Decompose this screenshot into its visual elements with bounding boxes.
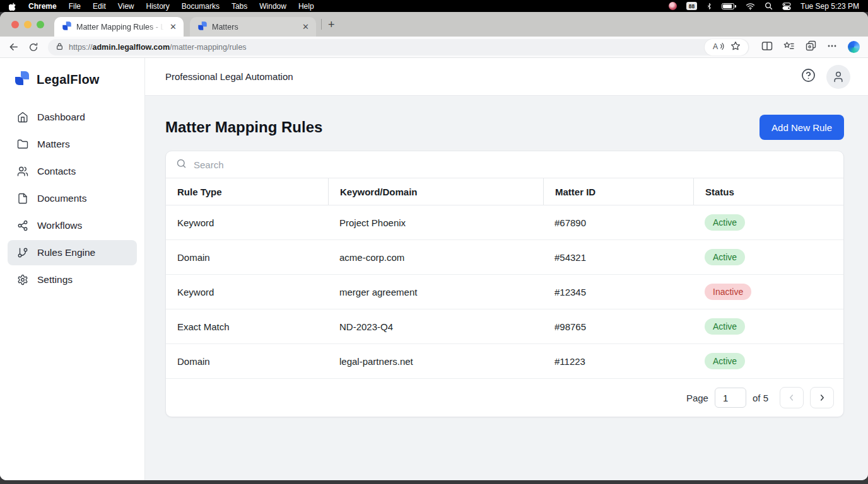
more-options-icon[interactable] — [827, 41, 837, 54]
tab-favicon — [62, 21, 72, 33]
cell-keyword-domain: legal-partners.net — [328, 344, 543, 378]
sidebar-item-documents[interactable]: Documents — [8, 186, 137, 211]
table-row[interactable]: Domain legal-partners.net #11223 Active — [166, 344, 843, 379]
sidebar-item-workflows[interactable]: Workflows — [8, 213, 137, 238]
menu-bar-clock[interactable]: Tue Sep 5:23 PM — [801, 2, 859, 11]
brand[interactable]: LegalFlow — [0, 67, 144, 92]
cell-matter-id: #98765 — [543, 309, 693, 343]
sidebar-item-label: Rules Engine — [37, 247, 95, 258]
sidebar-item-label: Settings — [37, 274, 73, 285]
lock-icon[interactable] — [56, 42, 64, 52]
cell-keyword-domain: ND-2023-Q4 — [328, 309, 543, 343]
sidebar-nav: Dashboard Matters Contacts Documents — [0, 105, 144, 292]
table-row[interactable]: Keyword merger agreement #12345 Inactive — [166, 275, 843, 309]
app-content: LegalFlow Dashboard Matters Contacts — [0, 58, 868, 480]
table-header: Rule Type Keyword/Domain Matter ID Statu… — [166, 178, 843, 205]
menu-item-help[interactable]: Help — [298, 2, 314, 11]
cell-status: Active — [693, 309, 843, 343]
search-input[interactable] — [194, 159, 833, 170]
help-icon[interactable] — [801, 67, 816, 86]
menu-item-tabs[interactable]: Tabs — [232, 2, 247, 11]
spotlight-search-icon[interactable] — [765, 2, 773, 10]
column-rule-type: Rule Type — [166, 178, 328, 205]
cell-rule-type: Keyword — [166, 205, 328, 239]
gear-icon — [17, 274, 28, 285]
bluetooth-icon[interactable] — [707, 2, 712, 11]
address-bar[interactable]: https://admin.legalflow.com/matter-mappi… — [48, 39, 749, 55]
cell-status: Active — [693, 205, 843, 239]
menu-item-window[interactable]: Window — [259, 2, 286, 11]
user-avatar[interactable] — [826, 65, 850, 89]
cell-rule-type: Keyword — [166, 275, 328, 309]
cell-matter-id: #12345 — [543, 275, 693, 309]
favorites-bar-icon[interactable] — [783, 41, 795, 54]
pagination-total: of 5 — [753, 393, 768, 403]
sidebar-item-contacts[interactable]: Contacts — [8, 159, 137, 184]
previous-page-button[interactable] — [780, 387, 804, 408]
new-tab-button[interactable]: + — [328, 19, 335, 30]
document-icon — [17, 193, 28, 204]
apple-menu-icon[interactable] — [9, 2, 16, 11]
wifi-icon[interactable] — [746, 3, 755, 10]
legalflow-logo-icon — [14, 70, 30, 89]
chevron-left-icon — [787, 393, 796, 402]
menu-item-history[interactable]: History — [146, 2, 170, 11]
brand-name: LegalFlow — [37, 72, 100, 87]
status-assistive-icon[interactable] — [669, 2, 677, 10]
sidebar-item-label: Contacts — [37, 166, 76, 177]
table-row[interactable]: Keyword Project Phoenix #67890 Active — [166, 205, 843, 240]
cell-matter-id: #11223 — [543, 344, 693, 378]
read-aloud-icon[interactable]: A — [712, 42, 724, 53]
page-number-input[interactable] — [715, 388, 746, 408]
next-page-button[interactable] — [810, 387, 834, 408]
cell-matter-id: #54321 — [543, 240, 693, 274]
close-tab-icon[interactable]: ✕ — [301, 21, 310, 32]
cell-keyword-domain: acme-corp.com — [328, 240, 543, 274]
minimize-window-button[interactable] — [24, 21, 32, 28]
git-branch-icon — [17, 247, 28, 258]
tab-strip: Matter Mapping Rules - LegalFlow ✕ Matte… — [0, 12, 868, 37]
url-text: https://admin.legalflow.com/matter-mappi… — [69, 43, 247, 52]
tab-favicon — [197, 21, 208, 33]
menu-item-app[interactable]: Chreme — [28, 2, 57, 11]
menu-item-view[interactable]: View — [118, 2, 134, 11]
pagination-label: Page — [686, 393, 708, 403]
table-row[interactable]: Exact Match ND-2023-Q4 #98765 Active — [166, 309, 843, 344]
menu-item-bookmarks[interactable]: Bocumarks — [182, 2, 220, 11]
refresh-button[interactable] — [28, 42, 38, 52]
sidebar-item-label: Workflows — [37, 220, 82, 231]
split-screen-icon[interactable] — [761, 41, 773, 54]
header-actions — [801, 65, 850, 89]
rules-table-card: Rule Type Keyword/Domain Matter ID Statu… — [165, 151, 844, 417]
cell-status: Inactive — [693, 275, 843, 309]
tab-matters[interactable]: Matters ✕ — [190, 17, 316, 37]
add-new-rule-button[interactable]: Add New Rule — [760, 115, 844, 140]
browser-window: Matter Mapping Rules - LegalFlow ✕ Matte… — [0, 12, 868, 480]
search-icon — [176, 158, 187, 171]
copilot-icon[interactable] — [848, 41, 860, 53]
zoom-window-button[interactable] — [37, 21, 44, 28]
sidebar-item-rules-engine[interactable]: Rules Engine — [8, 240, 137, 265]
status-badge: Active — [705, 353, 745, 369]
tab-matter-mapping-rules[interactable]: Matter Mapping Rules - LegalFlow ✕ — [54, 17, 184, 37]
favorite-star-icon[interactable] — [730, 41, 741, 53]
battery-icon[interactable] — [722, 3, 736, 9]
search-bar — [166, 151, 843, 178]
back-button[interactable] — [8, 42, 19, 52]
sidebar-item-matters[interactable]: Matters — [8, 132, 137, 157]
control-center-icon[interactable] — [782, 3, 791, 10]
keyboard-input-icon[interactable]: 88 — [686, 2, 697, 10]
column-keyword-domain: Keyword/Domain — [328, 178, 543, 205]
tab-separator — [321, 19, 322, 30]
menu-item-edit[interactable]: Edit — [93, 2, 106, 11]
sidebar-item-settings[interactable]: Settings — [8, 267, 137, 292]
close-window-button[interactable] — [11, 21, 19, 28]
menu-item-file[interactable]: File — [69, 2, 81, 11]
table-row[interactable]: Domain acme-corp.com #54321 Active — [166, 240, 843, 275]
close-tab-icon[interactable]: ✕ — [168, 21, 178, 32]
sidebar-item-label: Matters — [37, 139, 70, 150]
sidebar-item-dashboard[interactable]: Dashboard — [8, 105, 137, 130]
column-matter-id: Matter ID — [543, 178, 693, 205]
collections-icon[interactable] — [806, 40, 816, 54]
top-header: Professional Legal Automation — [145, 58, 868, 96]
